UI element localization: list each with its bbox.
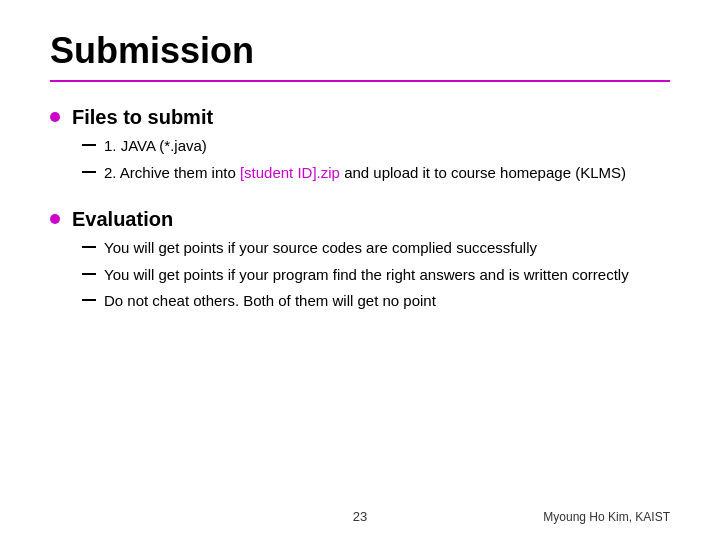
main-list: Files to submit 1. JAVA (*.java) 2. Arch…	[50, 106, 670, 317]
sub-item-eval-3-text: Do not cheat others. Both of them will g…	[104, 290, 670, 313]
evaluation-label: Evaluation	[72, 208, 670, 231]
sub-bullet-java	[82, 144, 96, 146]
list-item-evaluation: Evaluation You will get points if your s…	[50, 208, 670, 317]
sub-bullet-archive	[82, 171, 96, 173]
sub-item-java-text: 1. JAVA (*.java)	[104, 135, 670, 158]
sub-bullet-eval-1	[82, 246, 96, 248]
slide-title: Submission	[50, 30, 670, 72]
evaluation-content: Evaluation You will get points if your s…	[72, 208, 670, 317]
sub-bullet-eval-2	[82, 273, 96, 275]
sub-item-eval-1-text: You will get points if your source codes…	[104, 237, 670, 260]
author-label: Myoung Ho Kim, KAIST	[543, 510, 670, 524]
list-item-files: Files to submit 1. JAVA (*.java) 2. Arch…	[50, 106, 670, 188]
sub-item-eval-3: Do not cheat others. Both of them will g…	[82, 290, 670, 313]
archive-text-before: 2. Archive them into	[104, 164, 240, 181]
sub-item-eval-1: You will get points if your source codes…	[82, 237, 670, 260]
slide: Submission Files to submit 1. JAVA (*.ja…	[0, 0, 720, 540]
sub-item-eval-2-text: You will get points if your program find…	[104, 264, 670, 287]
sub-item-archive-text: 2. Archive them into [student ID].zip an…	[104, 162, 670, 185]
files-sub-list: 1. JAVA (*.java) 2. Archive them into [s…	[82, 135, 670, 184]
sub-item-archive: 2. Archive them into [student ID].zip an…	[82, 162, 670, 185]
page-number: 23	[353, 509, 367, 524]
sub-item-java: 1. JAVA (*.java)	[82, 135, 670, 158]
sub-bullet-eval-3	[82, 299, 96, 301]
evaluation-sub-list: You will get points if your source codes…	[82, 237, 670, 313]
bullet-dot-evaluation	[50, 214, 60, 224]
title-underline	[50, 80, 670, 82]
files-content: Files to submit 1. JAVA (*.java) 2. Arch…	[72, 106, 670, 188]
bullet-dot-files	[50, 112, 60, 122]
sub-item-eval-2: You will get points if your program find…	[82, 264, 670, 287]
files-label: Files to submit	[72, 106, 670, 129]
archive-text-after: and upload it to course homepage (KLMS)	[340, 164, 626, 181]
archive-highlight: [student ID].zip	[240, 164, 340, 181]
